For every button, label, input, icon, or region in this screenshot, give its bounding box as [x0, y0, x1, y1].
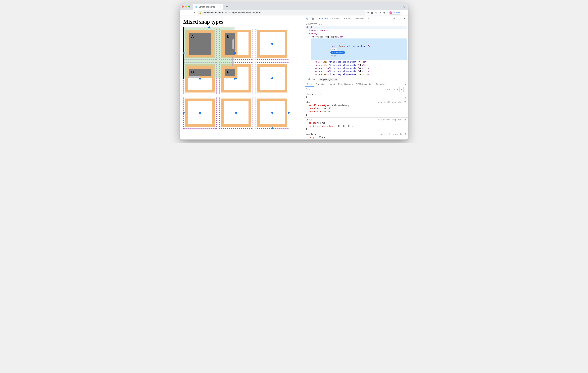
tab-title: Scroll Snap Demo [199, 6, 215, 8]
scroll-snap-badge[interactable]: scroll-snap [330, 51, 345, 54]
rule-source-link[interactable]: css-scroll-snap.html:4 [379, 133, 406, 136]
minimize-window-button[interactable] [185, 6, 187, 8]
page-heading: Mixed snap types [183, 19, 301, 25]
snap-point-icon [288, 112, 290, 114]
new-tab-button[interactable]: + [224, 5, 230, 8]
avatar-icon [389, 11, 392, 14]
dom-child-node[interactable]: <div class="item snap-align-center">B</d… [315, 64, 407, 67]
dom-doctype: <!DOCTYPE html> [306, 23, 407, 26]
snap-item [255, 28, 289, 60]
snap-item [183, 97, 217, 129]
snap-point-icon [271, 127, 273, 129]
bookmark-icon[interactable]: ☆ [375, 11, 377, 14]
rule-source-link[interactable]: css-scroll-snap.html:29 [378, 101, 406, 104]
cls-toggle[interactable]: .cls [392, 87, 399, 92]
inspect-element-icon[interactable] [305, 17, 310, 21]
globe-icon: 🌐 [195, 6, 197, 8]
computed-toggle-icon[interactable]: ⧉ [403, 87, 408, 92]
qr-icon[interactable]: ▦ [371, 11, 373, 14]
subtab-layout[interactable]: Layout [327, 82, 337, 87]
toolbar-right: ⧉ ▦ ☆ ✦ ⚗ Paused ⋮ [367, 11, 406, 15]
css-rule[interactable]: css-scroll-snap.html:4.gallery {height: … [304, 132, 408, 139]
tile-label: E [227, 70, 229, 74]
devtools-tab-sources[interactable]: Sources [343, 16, 354, 21]
new-rule-button[interactable]: + [399, 87, 403, 92]
dom-html-open[interactable]: <html> [306, 26, 313, 29]
devtools-panel: Elements Console Sources Network » ⚙ ⋮ ✕… [304, 16, 408, 139]
dom-tree[interactable]: <!DOCTYPE html> <html> ▸<head>…</head> ▾… [304, 22, 408, 77]
subtabs-more[interactable]: » [403, 82, 407, 87]
more-menu-icon[interactable]: ⋮ [397, 17, 401, 21]
devtools-tab-network[interactable]: Network [355, 16, 366, 21]
menu-icon[interactable]: ⋮ [404, 11, 406, 14]
labs-icon[interactable]: ⚗ [383, 11, 386, 14]
font-size-icon[interactable]: ᴬA [403, 96, 406, 100]
window-controls [182, 6, 190, 8]
dom-breadcrumbs[interactable]: html body div.gallery.grid.both [304, 77, 408, 82]
snap-point-icon [234, 78, 236, 80]
extensions-icon[interactable]: ✦ [379, 11, 381, 14]
hov-toggle[interactable]: :hov [384, 87, 392, 92]
forward-button[interactable]: → [187, 11, 190, 14]
snap-point-icon [234, 52, 236, 54]
vertical-scrollbar-thumb[interactable] [232, 39, 234, 49]
css-rule[interactable]: ᴬAelement.style {} [304, 92, 408, 100]
titlebar: 🌐 Scroll Snap Demo × + ◐ [180, 3, 408, 10]
snap-point-icon [183, 112, 185, 114]
browser-tab[interactable]: 🌐 Scroll Snap Demo × [193, 4, 223, 10]
snap-point-icon [199, 78, 201, 80]
close-devtools-icon[interactable]: ✕ [402, 17, 407, 21]
css-rule[interactable]: css-scroll-snap.html:29.both {scroll-sna… [304, 100, 408, 117]
address-bar[interactable]: 🔒 mathiasbynens.github.io/css-dbg-storie… [197, 10, 366, 15]
devtools-tab-elements[interactable]: Elements [317, 16, 330, 21]
browser-window: 🌐 Scroll Snap Demo × + ◐ ← → ⟳ 🔒 mathias… [180, 3, 408, 139]
subtab-properties[interactable]: Properties [374, 82, 387, 87]
crumb-body[interactable]: body [312, 78, 316, 81]
subtab-styles[interactable]: Styles [305, 82, 314, 87]
styles-filter-row: Filter :hov .cls + ⧉ [304, 87, 408, 92]
device-toolbar-icon[interactable] [310, 17, 315, 21]
snap-item [220, 97, 253, 129]
crumb-selected[interactable]: div.gallery.grid.both [319, 78, 338, 81]
rule-source-link[interactable]: css-scroll-snap.html:15 [378, 118, 406, 121]
dom-child-node[interactable]: <div class="item snap-align-start">A</di… [315, 60, 407, 64]
url-text: mathiasbynens.github.io/css-dbg-stories/… [203, 11, 261, 14]
profile-paused-chip[interactable]: Paused [388, 11, 402, 15]
snap-tile-a: A [187, 31, 213, 57]
toolbar: ← → ⟳ 🔒 mathiasbynens.github.io/css-dbg-… [180, 10, 408, 16]
scroll-snap-viewport-overlay: A B D E [183, 27, 235, 79]
devtools-tab-console[interactable]: Console [330, 16, 342, 21]
dom-child-node[interactable]: <div class="item snap-align-center">C</d… [315, 67, 407, 70]
close-window-button[interactable] [182, 6, 184, 8]
reload-button[interactable]: ⟳ [192, 11, 195, 14]
tile-label: D [191, 70, 194, 74]
subtab-event-listeners[interactable]: Event Listeners [336, 82, 354, 87]
tile-label: B [227, 34, 230, 38]
dom-child-node[interactable]: <div class="item snap-align-center">D</d… [315, 70, 407, 73]
back-button[interactable]: ← [182, 11, 185, 14]
lock-icon: 🔒 [199, 11, 201, 14]
horizontal-scrollbar-thumb[interactable] [189, 76, 200, 78]
devtools-tabs-more[interactable]: » [367, 16, 371, 21]
dollar-zero-hint: == $0 [330, 55, 336, 57]
close-tab-icon[interactable]: × [220, 6, 221, 8]
device-icon[interactable]: ⧉ [367, 11, 369, 14]
subtab-dom-breakpoints[interactable]: DOM Breakpoints [354, 82, 374, 87]
page-viewport[interactable]: Mixed snap types [180, 16, 304, 139]
crumb-html[interactable]: html [306, 78, 310, 81]
grid-badge[interactable]: grid [330, 48, 337, 51]
snap-item [255, 97, 289, 129]
content-row: Mixed snap types [180, 16, 408, 139]
maximize-window-button[interactable] [188, 6, 190, 8]
snap-point-icon [183, 52, 185, 54]
styles-filter-input[interactable]: Filter [304, 88, 384, 90]
tile-label: A [191, 34, 194, 38]
account-status-icon[interactable]: ◐ [403, 5, 405, 8]
paused-label: Paused [393, 11, 400, 14]
settings-icon[interactable]: ⚙ [392, 17, 396, 21]
subtab-computed[interactable]: Computed [314, 82, 327, 87]
dom-selected-node[interactable]: ⋯ ▾<div class="gallery grid both"> grid … [311, 38, 407, 60]
styles-pane[interactable]: ᴬAelement.style {}css-scroll-snap.html:2… [304, 92, 408, 139]
css-rule[interactable]: css-scroll-snap.html:15.grid {display: g… [304, 117, 408, 132]
dom-child-node[interactable]: <div class="item snap-align-center">E</d… [315, 73, 407, 76]
